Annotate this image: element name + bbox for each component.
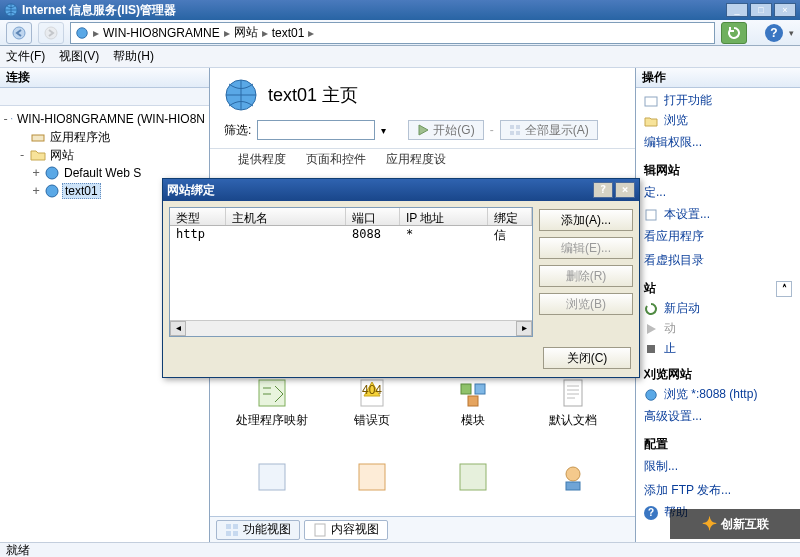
dialog-titlebar[interactable]: 网站绑定 ? ×	[163, 179, 639, 201]
svg-rect-17	[475, 384, 485, 394]
back-button[interactable]	[6, 22, 32, 44]
scroll-right-icon[interactable]: ▸	[516, 321, 532, 336]
maximize-button[interactable]: □	[750, 3, 772, 17]
feature-item[interactable]	[324, 460, 420, 516]
action-start[interactable]: 动	[664, 320, 676, 337]
watermark: ✦创新互联	[670, 509, 800, 539]
action-edit-permissions[interactable]: 编辑权限...	[644, 132, 792, 153]
svg-rect-27	[226, 531, 231, 536]
folder-icon	[30, 147, 46, 163]
action-browse-8088[interactable]: 浏览 *:8088 (http)	[664, 386, 757, 403]
svg-point-23	[566, 467, 580, 481]
minimize-button[interactable]: _	[726, 3, 748, 17]
menu-view[interactable]: 视图(V)	[59, 48, 99, 65]
col-binding[interactable]: 绑定信	[488, 208, 532, 225]
edit-binding-button[interactable]: 编辑(E)...	[539, 237, 633, 259]
action-limits[interactable]: 限制...	[644, 456, 792, 477]
status-text: 就绪	[6, 542, 30, 558]
svg-rect-31	[646, 210, 656, 220]
section-browse-site: 刈览网站	[644, 366, 792, 383]
content-view-tab[interactable]: 内容视图	[304, 520, 388, 540]
iis-icon	[4, 3, 18, 17]
section-configure: 配置	[644, 436, 792, 453]
bindings-list[interactable]: 类型 主机名 端口 IP 地址 绑定信 http 8088 * ◂ ▸	[169, 207, 533, 337]
help-dropdown-icon[interactable]: ▾	[789, 28, 794, 38]
action-basic-settings[interactable]: 本设置...	[664, 206, 710, 223]
modules-icon	[456, 376, 490, 410]
start-button[interactable]: 开始(G)	[408, 120, 483, 140]
action-restart[interactable]: 新启动	[664, 300, 700, 317]
site-globe-icon	[224, 78, 258, 112]
tree-server[interactable]: WIN-HIO8NGRAMNE (WIN-HIO8N	[15, 112, 207, 126]
scroll-left-icon[interactable]: ◂	[170, 321, 186, 336]
col-host[interactable]: 主机名	[226, 208, 346, 225]
feature-item[interactable]: 默认文档	[525, 376, 621, 454]
browse-binding-button[interactable]: 浏览(B)	[539, 293, 633, 315]
dialog-close-button[interactable]: ×	[615, 182, 635, 198]
action-advanced[interactable]: 高级设置...	[644, 406, 792, 427]
tree-toggle[interactable]: -	[2, 112, 9, 126]
filter-dropdown-icon[interactable]: ▾	[381, 125, 386, 136]
site-icon	[44, 165, 60, 181]
horizontal-scrollbar[interactable]: ◂ ▸	[170, 320, 532, 336]
tree-toggle[interactable]: -	[16, 148, 28, 162]
settings-icon	[644, 208, 658, 222]
feature-item[interactable]: 模块	[425, 376, 521, 454]
features-view-tab[interactable]: 功能视图	[216, 520, 300, 540]
svg-rect-10	[516, 125, 520, 129]
feature-item[interactable]	[425, 460, 521, 516]
section-manage-site: 站˄	[644, 280, 792, 297]
tree-sites[interactable]: 网站	[48, 147, 76, 164]
feature-icon	[355, 460, 389, 494]
feature-item[interactable]: 处理程序映射	[224, 376, 320, 454]
feature-item[interactable]: 404 错误页	[324, 376, 420, 454]
explorer-icon	[644, 114, 658, 128]
action-view-apps[interactable]: 看应用程序	[644, 226, 792, 247]
help-button[interactable]: ?	[765, 24, 783, 42]
breadcrumb-host: WIN-HIO8NGRAMNE	[103, 26, 220, 40]
collapse-icon[interactable]: ˄	[776, 281, 792, 297]
tree-text01-site[interactable]: text01	[62, 183, 101, 199]
dialog-close-action-button[interactable]: 关闭(C)	[543, 347, 631, 369]
svg-point-2	[45, 27, 57, 39]
forward-button[interactable]	[38, 22, 64, 44]
feature-grid: 处理程序映射 404 错误页 模块 默认文档	[210, 368, 635, 516]
action-add-ftp[interactable]: 添加 FTP 发布...	[644, 480, 792, 501]
show-all-button[interactable]: 全部显示(A)	[500, 120, 598, 140]
tree-toggle[interactable]: +	[30, 166, 42, 180]
add-binding-button[interactable]: 添加(A)...	[539, 209, 633, 231]
actions-header: 操作	[636, 68, 800, 88]
filter-label: 筛选:	[224, 122, 251, 139]
tree-apppools[interactable]: 应用程序池	[48, 129, 112, 146]
action-open-feature[interactable]: 打开功能	[664, 92, 712, 109]
tree-default-site[interactable]: Default Web S	[62, 166, 143, 180]
filter-combo[interactable]	[257, 120, 375, 140]
action-bindings[interactable]: 定...	[644, 182, 792, 203]
tree-toggle[interactable]: +	[30, 184, 42, 198]
menu-file[interactable]: 文件(F)	[6, 48, 45, 65]
actions-pane: 操作 打开功能 浏览 编辑权限... 辑网站 定... 本设置... 看应用程序…	[636, 68, 800, 542]
action-stop[interactable]: 止	[664, 340, 676, 357]
menu-help[interactable]: 帮助(H)	[113, 48, 154, 65]
feature-icon	[556, 460, 590, 494]
svg-text:404: 404	[362, 383, 382, 397]
group-label: 提供程度	[238, 151, 286, 168]
refresh-button[interactable]	[721, 22, 747, 44]
breadcrumb[interactable]: ▸ WIN-HIO8NGRAMNE ▸ 网站 ▸ text01 ▸	[70, 22, 715, 44]
action-explore[interactable]: 浏览	[664, 112, 688, 129]
feature-item[interactable]	[224, 460, 320, 516]
col-ip[interactable]: IP 地址	[400, 208, 488, 225]
close-button[interactable]: ×	[774, 3, 796, 17]
binding-row[interactable]: http 8088 *	[170, 226, 532, 244]
refresh-icon	[728, 27, 740, 39]
dialog-help-button[interactable]: ?	[593, 182, 613, 198]
server-node-icon	[11, 111, 13, 127]
col-type[interactable]: 类型	[170, 208, 226, 225]
connections-toolbar[interactable]	[0, 88, 209, 106]
svg-rect-28	[233, 531, 238, 536]
action-view-vdirs[interactable]: 看虚拟目录	[644, 250, 792, 271]
delete-binding-button[interactable]: 删除(R)	[539, 265, 633, 287]
col-port[interactable]: 端口	[346, 208, 400, 225]
section-edit-site: 辑网站	[644, 162, 792, 179]
feature-item[interactable]	[525, 460, 621, 516]
